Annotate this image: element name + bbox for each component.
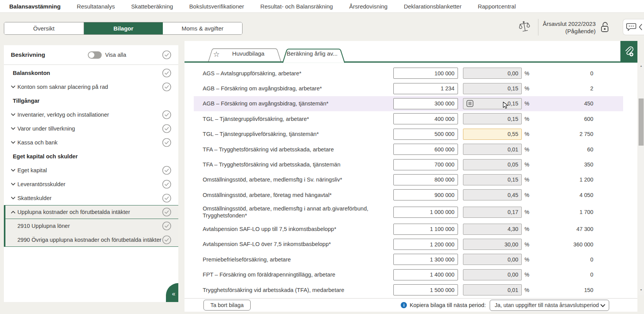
percent-unit: % — [522, 209, 537, 215]
amount-input[interactable] — [393, 129, 458, 140]
sidebar-item[interactable]: Varor under tillverkning — [4, 122, 178, 136]
sidebar-item[interactable]: Konton som saknar placering på rad — [4, 80, 178, 94]
info-icon: i — [401, 302, 407, 308]
row-result: 1 200 — [537, 177, 593, 183]
sidebar-item[interactable]: 2910 Upplupna löner — [4, 219, 178, 233]
check-circle-icon[interactable] — [162, 110, 171, 119]
sidebar-item-label: Inventarier, verktyg och installationer — [17, 112, 109, 118]
check-circle-icon[interactable] — [162, 207, 171, 217]
check-circle-icon[interactable] — [162, 193, 171, 203]
amount-input[interactable] — [393, 174, 458, 185]
amount-input[interactable] — [393, 113, 458, 124]
copy-next-period-select[interactable]: Ja, utan uppgifter till nästa årsavsluts… — [490, 300, 609, 311]
scrollbar-thumb[interactable] — [639, 98, 644, 146]
check-circle-icon[interactable] — [162, 68, 171, 78]
add-attachment-button[interactable] — [620, 41, 637, 63]
sidebar-item-label: Skatteskulder — [17, 195, 51, 201]
sidebar-item[interactable]: Upplupna kostnader och förutbetalda intä… — [4, 205, 178, 219]
sidebar-item[interactable]: Eget kapital — [4, 163, 178, 177]
view-segment[interactable]: Bilagor — [84, 22, 163, 34]
unlocked-padlock-icon[interactable] — [600, 21, 610, 34]
row-label: Omställningsstöd, arbetare, medlemsftg i… — [203, 205, 393, 219]
percent-value: 0,01 — [507, 287, 518, 293]
percent-field: 0,15 — [463, 83, 522, 94]
table-row: AGS – Avtalsgruppförsäkring, arbetare* 0… — [203, 66, 614, 81]
sidebar-item-label: Eget kapital och skulder — [13, 153, 78, 160]
amount-input[interactable] — [393, 189, 458, 200]
selected-indicator-bar — [4, 80, 5, 94]
chevron-down-icon — [11, 197, 15, 200]
topnav-item[interactable]: Deklarationsblanketter — [404, 3, 461, 10]
check-circle-icon[interactable] — [162, 180, 171, 189]
check-circle-icon[interactable] — [162, 235, 171, 244]
percent-unit: % — [522, 146, 537, 153]
amount-input[interactable] — [393, 254, 458, 265]
table-row: Premiebefrielseförsäkring, arbetare 0,00… — [203, 252, 614, 267]
percent-field: 4,30 — [463, 224, 522, 235]
selected-indicator-bar — [4, 66, 5, 80]
row-result: 600 — [537, 116, 593, 122]
sidebar-item-label: Balanskonton — [13, 70, 50, 76]
sidebar-item[interactable]: Balanskonton — [4, 66, 178, 80]
amount-input[interactable] — [393, 224, 458, 235]
amount-input[interactable] — [393, 144, 458, 155]
balance-scales-icon[interactable] — [519, 20, 530, 33]
amount-input[interactable] — [393, 159, 458, 170]
sidebar-item[interactable]: Tillgångar — [4, 94, 178, 108]
show-all-toggle[interactable] — [88, 51, 102, 59]
topnav-item[interactable]: Balansavstämning — [9, 3, 61, 10]
amount-input[interactable] — [393, 269, 458, 280]
description-sidebar: Beskrivning Visa alla Balanskonton Konto… — [4, 45, 178, 302]
topnav-item[interactable]: Bokslutsverifikationer — [189, 3, 244, 10]
comments-panel-toggle[interactable] — [623, 19, 644, 35]
check-circle-icon[interactable] — [162, 166, 171, 175]
check-circle-icon[interactable] — [162, 82, 171, 92]
check-circle-icon[interactable] — [162, 138, 171, 147]
table-row: AGB – Försäkring om avgångsbidrag, arbet… — [203, 81, 614, 96]
row-label: AGB – Försäkring om avgångsbidrag, arbet… — [203, 85, 393, 92]
row-label: TFA – Trygghetsförsäkring vid arbetsskad… — [203, 161, 393, 168]
check-circle-icon[interactable] — [162, 50, 171, 59]
tab-berakning[interactable]: Beräkning årlig av... — [287, 50, 338, 57]
topnav-item[interactable]: Rapportcentral — [478, 3, 516, 10]
tab-huvudbilaga[interactable]: Huvudbilaga — [221, 50, 275, 57]
amount-input[interactable] — [393, 68, 458, 79]
sidebar-item[interactable]: Skatteskulder — [4, 191, 178, 205]
view-switcher: ÖversiktBilagorMoms & avgifter — [4, 22, 243, 35]
sidebar-collapse-button[interactable]: « — [166, 283, 178, 302]
scroll-up-arrow[interactable]: ▲ — [638, 63, 644, 68]
check-circle-icon[interactable] — [162, 221, 171, 231]
percent-value: 30,00 — [504, 241, 518, 248]
amount-input[interactable] — [393, 207, 458, 218]
amount-input[interactable] — [393, 284, 458, 295]
sidebar-item-label: 2990 Övriga upplupna kostnader och förut… — [17, 237, 161, 243]
percent-unit: % — [522, 241, 537, 248]
view-segment[interactable]: Moms & avgifter — [163, 22, 242, 34]
percent-value: 0,45 — [507, 192, 518, 198]
amount-input[interactable] — [393, 83, 458, 94]
percent-unit: % — [522, 177, 537, 183]
row-label: TGL – Tjänstegruppliveförsäkring, tjänst… — [203, 131, 393, 137]
amount-input[interactable] — [393, 239, 458, 250]
percent-field: 0,45 — [463, 189, 522, 200]
topnav-item[interactable]: Resultat- och Balansräkning — [260, 3, 333, 10]
topnav-item[interactable]: Årsredovisning — [349, 3, 388, 10]
collapse-left-icon — [639, 24, 642, 31]
remove-attachment-button[interactable]: Ta bort bilaga — [203, 300, 251, 311]
check-circle-icon[interactable] — [162, 124, 171, 133]
sidebar-item[interactable]: Kassa och bank — [4, 136, 178, 149]
topnav-item[interactable]: Resultatanalys — [77, 3, 115, 10]
sidebar-item[interactable]: 2990 Övriga upplupna kostnader och förut… — [4, 233, 178, 247]
view-segment[interactable]: Översikt — [4, 22, 84, 34]
row-label: Trygghetsförsäkring vid arbetsskada (TFA… — [203, 287, 393, 294]
sidebar-item[interactable]: Leverantörsskulder — [4, 177, 178, 191]
sidebar-item[interactable]: Eget kapital och skulder — [4, 149, 178, 163]
topnav-item[interactable]: Skatteberäkning — [131, 3, 173, 10]
amount-input[interactable] — [393, 98, 458, 109]
favorite-star-icon[interactable]: ☆ — [213, 51, 220, 58]
collapse-chevrons: « — [169, 288, 176, 297]
sidebar-item-label: Upplupna kostnader och förutbetalda intä… — [17, 209, 130, 215]
note-icon[interactable] — [466, 100, 473, 107]
sidebar-item[interactable]: Inventarier, verktyg och installationer — [4, 108, 178, 122]
scroll-down-arrow[interactable]: ▼ — [638, 287, 644, 292]
